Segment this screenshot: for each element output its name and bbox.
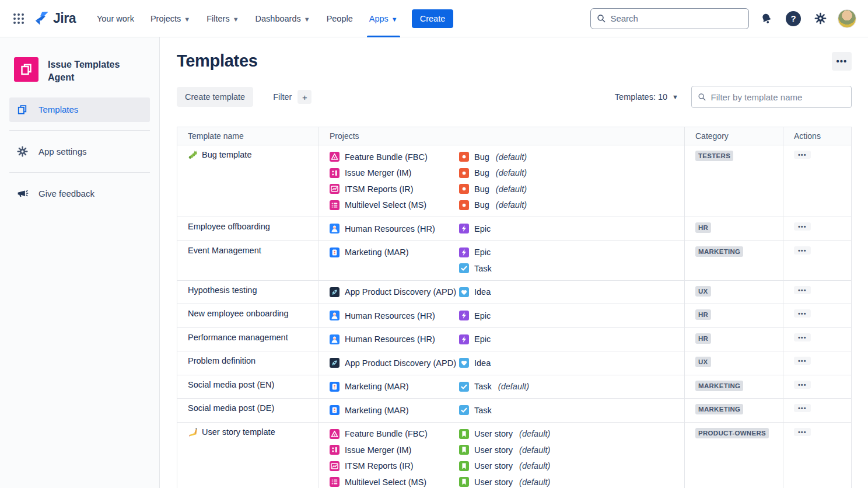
project-itsm-reports-icon — [330, 184, 340, 194]
help-icon[interactable]: ? — [784, 9, 803, 28]
nav-item-dashboards[interactable]: Dashboards▼ — [250, 0, 316, 37]
sidebar-item-label: Templates — [38, 104, 78, 114]
issuetype-bug-icon — [459, 152, 469, 162]
projects-cell: Marketing (MAR)Task — [319, 399, 685, 422]
nav-item-your-work[interactable]: Your work — [91, 0, 140, 37]
row-actions-button[interactable]: ••• — [794, 286, 811, 294]
template-name-filter[interactable] — [691, 86, 852, 108]
issuetype-label: Task — [474, 406, 492, 415]
table-row: Social media post (DE)Marketing (MAR)Tas… — [177, 399, 851, 423]
app-switcher-icon[interactable] — [9, 9, 28, 28]
project-issuetype-line: Feature Bundle (FBC)Bug(default) — [330, 149, 677, 165]
sidebar-item-templates[interactable]: Templates — [9, 97, 150, 122]
issuetype-label: User story — [474, 429, 513, 438]
projects-cell: Feature Bundle (FBC)Bug(default)Issue Me… — [319, 145, 685, 217]
table-row: Bug templateFeature Bundle (FBC)Bug(defa… — [177, 145, 851, 217]
row-actions-button[interactable]: ••• — [794, 333, 811, 341]
row-actions-button[interactable]: ••• — [794, 428, 811, 436]
project-itsm-reports-icon — [330, 461, 340, 471]
project-issue-merger-icon — [330, 168, 340, 178]
jira-logo[interactable]: Jira — [34, 11, 76, 26]
issue-templates-agent-logo-icon — [14, 57, 38, 82]
issuetype-story-icon — [459, 461, 469, 471]
templates-count-dropdown[interactable]: Templates: 10 ▼ — [615, 92, 678, 102]
sidebar-item-app-settings[interactable]: App settings — [9, 139, 150, 164]
project-issuetype-line: App Product Discovery (APD)Idea — [330, 355, 677, 371]
project-name: Marketing (MAR) — [345, 406, 409, 415]
issuetype-story-icon — [459, 429, 469, 439]
row-actions-button[interactable]: ••• — [794, 309, 811, 318]
column-header-template-name: Template name — [177, 127, 319, 145]
template-name: Bug template — [202, 150, 251, 159]
row-actions-button[interactable]: ••• — [794, 404, 811, 412]
notifications-bell-icon[interactable] — [757, 9, 776, 28]
writing-hand-emoji-icon — [188, 427, 198, 437]
row-actions-button[interactable]: ••• — [794, 222, 811, 231]
template-name: Performance management — [188, 333, 288, 342]
project-name: Issue Merger (IM) — [345, 445, 411, 455]
template-name: New employee onboarding — [188, 309, 289, 318]
category-cell: UX — [685, 281, 783, 304]
project-multilevel-select-icon — [330, 477, 340, 487]
issuetype-label: Bug — [474, 184, 489, 194]
nav-item-projects[interactable]: Projects▼ — [145, 0, 196, 37]
nav-item-apps[interactable]: Apps▼ — [363, 0, 404, 37]
actions-cell: ••• — [783, 304, 852, 327]
project-multilevel-select-icon — [330, 200, 340, 210]
table-row: New employee onboardingHuman Resources (… — [177, 304, 851, 328]
create-template-button[interactable]: Create template — [177, 87, 253, 107]
issuetype-epic-icon — [459, 334, 469, 344]
project-marketing-icon — [330, 248, 340, 257]
nav-item-filters[interactable]: Filters▼ — [201, 0, 244, 37]
search-input[interactable] — [610, 13, 743, 23]
template-name: Social media post (DE) — [188, 403, 274, 413]
chevron-down-icon: ▼ — [184, 16, 190, 23]
actions-cell: ••• — [783, 328, 852, 351]
project-human-resources-icon — [330, 334, 340, 344]
page-more-actions-button[interactable]: ••• — [832, 52, 852, 71]
issuetype-label: Idea — [474, 287, 491, 297]
row-actions-button[interactable]: ••• — [794, 357, 811, 365]
issuetype-task-icon — [459, 382, 469, 392]
user-avatar[interactable] — [838, 9, 856, 28]
issuetype-label: User story — [474, 461, 513, 470]
project-app-product-discovery-icon — [330, 358, 340, 368]
row-actions-button[interactable]: ••• — [794, 151, 811, 159]
category-cell: PRODUCT-OWNERS — [685, 423, 783, 488]
project-issuetype-line: Human Resources (HR)Epic — [330, 221, 677, 237]
projects-cell: App Product Discovery (APD)Idea — [319, 351, 685, 375]
issuetype-label: Epic — [474, 224, 491, 233]
settings-gear-icon[interactable] — [811, 9, 830, 28]
template-name-filter-input[interactable] — [711, 92, 845, 102]
sidebar-item-label: App settings — [38, 147, 87, 156]
issuetype-label: Idea — [474, 358, 491, 368]
project-issuetype-line: Marketing (MAR)Epic — [330, 245, 677, 261]
issuetype-label: Bug — [474, 168, 489, 177]
issuetype-epic-icon — [459, 248, 469, 257]
project-name: Feature Bundle (FBC) — [345, 429, 428, 438]
nav-item-people[interactable]: People — [321, 0, 359, 37]
templates-icon — [15, 104, 29, 116]
global-search[interactable] — [590, 8, 749, 29]
table-row: Event ManagementMarketing (MAR)EpicTaskM… — [177, 241, 851, 281]
template-name-cell: Performance management — [177, 328, 319, 351]
project-issuetype-line: Multilevel Select (MS)Bug(default) — [330, 197, 677, 214]
category-badge: MARKETING — [695, 381, 743, 391]
row-actions-button[interactable]: ••• — [794, 246, 811, 255]
issuetype-default-suffix: (default) — [496, 200, 527, 210]
issuetype-task-icon — [459, 263, 469, 273]
project-name: Multilevel Select (MS) — [345, 477, 426, 487]
column-header-projects: Projects — [319, 127, 685, 145]
template-name-cell: User story template — [177, 423, 319, 488]
gear-icon — [15, 145, 29, 158]
project-issuetype-line: ITSM Reports (IR)User story(default) — [330, 458, 677, 475]
row-actions-button[interactable]: ••• — [794, 381, 811, 389]
template-name: Hypothesis testing — [188, 285, 257, 295]
toolbar: Create template Filter + Templates: 10 ▼ — [177, 86, 852, 108]
app-title: Issue Templates Agent — [48, 57, 120, 85]
add-filter-button[interactable]: + — [298, 90, 312, 104]
create-button[interactable]: Create — [412, 9, 454, 28]
template-name: User story template — [202, 427, 275, 437]
sidebar-item-give-feedback[interactable]: Give feedback — [9, 181, 150, 206]
templates-table: Template nameProjectsCategoryActionsBug … — [177, 127, 852, 488]
